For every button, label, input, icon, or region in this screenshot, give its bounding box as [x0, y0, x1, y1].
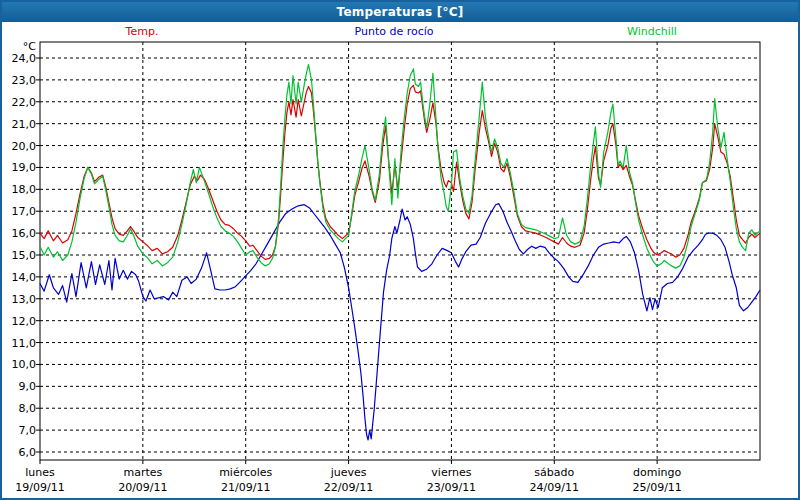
y-tick-label: 8,0	[2, 402, 36, 415]
x-day-date: 24/09/11	[530, 481, 579, 494]
x-day-date: 23/09/11	[427, 481, 476, 494]
x-day-date: 21/09/11	[221, 481, 270, 494]
y-tick-label: 12,0	[2, 314, 36, 327]
weather-chart-window: { "window": { "title": "Temperaturas [°C…	[0, 0, 800, 500]
y-tick-label: 13,0	[2, 292, 36, 305]
x-day-name: miércoles	[219, 466, 272, 479]
y-tick-label: 16,0	[2, 227, 36, 240]
y-tick-label: 19,0	[2, 161, 36, 174]
chart-canvas	[0, 0, 800, 500]
y-tick-label: 9,0	[2, 380, 36, 393]
y-tick-label: 6,0	[2, 446, 36, 459]
x-day-date: 20/09/11	[118, 481, 167, 494]
y-tick-label: 11,0	[2, 336, 36, 349]
x-day-name: lunes	[25, 466, 55, 479]
y-tick-label: 24,0	[2, 52, 36, 65]
y-tick-label: 14,0	[2, 270, 36, 283]
y-tick-label: 7,0	[2, 424, 36, 437]
y-tick-label: 17,0	[2, 205, 36, 218]
x-day-name: martes	[123, 466, 162, 479]
plot-frame	[40, 42, 760, 460]
x-day-date: 25/09/11	[632, 481, 681, 494]
x-day-name: viernes	[431, 466, 471, 479]
y-tick-label: 18,0	[2, 183, 36, 196]
y-tick-label: 10,0	[2, 358, 36, 371]
x-day-name: domingo	[633, 466, 681, 479]
x-day-name: jueves	[331, 466, 367, 479]
x-day-date: 19/09/11	[15, 481, 64, 494]
x-day-name: sábado	[534, 466, 574, 479]
y-tick-label: 15,0	[2, 249, 36, 262]
y-tick-label: 23,0	[2, 73, 36, 86]
y-tick-label: 20,0	[2, 139, 36, 152]
y-tick-label: 21,0	[2, 117, 36, 130]
y-tick-label: 22,0	[2, 95, 36, 108]
x-day-date: 22/09/11	[324, 481, 373, 494]
